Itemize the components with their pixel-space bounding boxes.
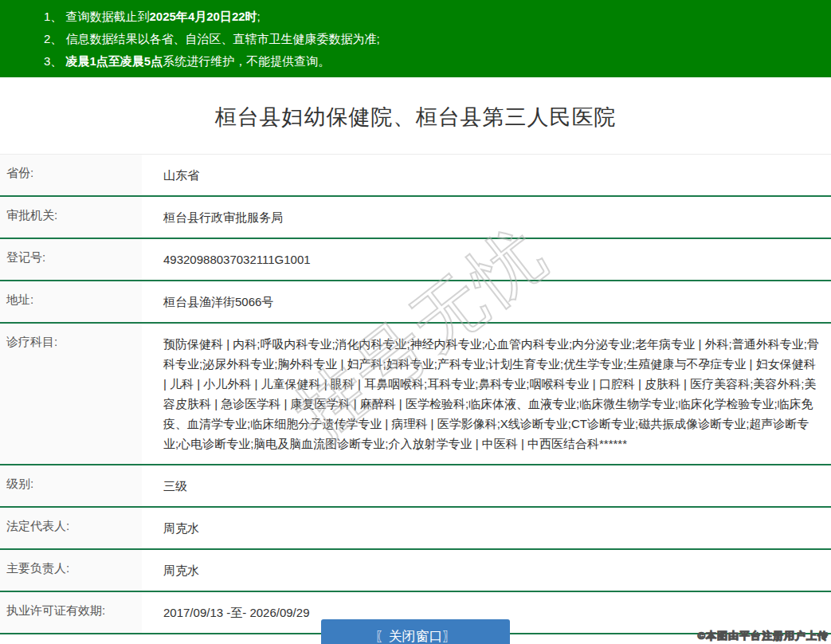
info-row-approval-authority: 审批机关: 桓台县行政审批服务局 xyxy=(0,197,831,239)
info-value: 桓台县渔洋街5066号 xyxy=(142,281,831,322)
info-row-legal-representative: 法定代表人: 周克水 xyxy=(0,508,831,550)
notice-bold: 凌晨1点至凌晨5点 xyxy=(66,54,163,68)
info-value: 预防保健科 | 内科;呼吸内科专业;消化内科专业;神经内科专业;心血管内科专业;… xyxy=(142,324,831,464)
info-label: 登记号: xyxy=(0,239,142,280)
notice-line-2: 2、 信息数据结果以各省、自治区、直辖市卫生健康委数据为准; xyxy=(44,28,831,50)
info-label: 级别: xyxy=(0,465,142,506)
info-table: 省份: 山东省 审批机关: 桓台县行政审批服务局 登记号: 4932098803… xyxy=(0,154,831,634)
query-result-page: 1、 查询数据截止到2025年4月20日22时; 2、 信息数据结果以各省、自治… xyxy=(0,0,831,644)
notice-text: 2、 信息数据结果以各省、自治区、直辖市卫生健康委数据为准; xyxy=(44,32,380,45)
close-window-button[interactable]: 〖关闭窗口〗 xyxy=(321,619,510,644)
info-label: 省份: xyxy=(0,155,142,195)
info-row-medical-departments: 诊疗科目: 预防保健科 | 内科;呼吸内科专业;消化内科专业;神经内科专业;心血… xyxy=(0,324,831,465)
notice-line-3: 3、 凌晨1点至凌晨5点系统进行维护，不能提供查询。 xyxy=(44,50,831,73)
info-label: 地址: xyxy=(0,281,142,322)
notice-line-1: 1、 查询数据截止到2025年4月20日22时; xyxy=(44,6,831,28)
notice-text: 3、 xyxy=(44,54,66,68)
page-title: 桓台县妇幼保健院、桓台县第三人民医院 xyxy=(0,77,831,154)
info-row-address: 地址: 桓台县渔洋街5066号 xyxy=(0,281,831,324)
info-row-level: 级别: 三级 xyxy=(0,465,831,508)
info-label: 诊疗科目: xyxy=(0,324,142,464)
info-value: 49320988037032111G1001 xyxy=(142,239,831,280)
info-label: 审批机关: xyxy=(0,197,142,238)
info-row-province: 省份: 山东省 xyxy=(0,155,831,197)
info-value: 山东省 xyxy=(142,155,831,195)
info-label: 法定代表人: xyxy=(0,508,142,548)
info-value: 三级 xyxy=(142,465,831,506)
notice-bold: 2025年4月20日22时 xyxy=(150,10,257,23)
notice-text: ; xyxy=(257,10,261,23)
notice-text: 系统进行维护，不能提供查询。 xyxy=(163,54,330,68)
info-label: 执业许可证有效期: xyxy=(0,592,142,633)
corner-watermark: ©本图由平台注册用户上传 xyxy=(697,629,829,643)
info-value: 周克水 xyxy=(142,508,831,548)
info-value: 周克水 xyxy=(142,550,831,591)
info-row-person-in-charge: 主要负责人: 周克水 xyxy=(0,550,831,592)
notice-banner: 1、 查询数据截止到2025年4月20日22时; 2、 信息数据结果以各省、自治… xyxy=(0,0,831,77)
info-value: 桓台县行政审批服务局 xyxy=(142,197,831,238)
notice-text: 1、 查询数据截止到 xyxy=(44,10,150,23)
info-row-registration-number: 登记号: 49320988037032111G1001 xyxy=(0,239,831,281)
info-label: 主要负责人: xyxy=(0,550,142,591)
